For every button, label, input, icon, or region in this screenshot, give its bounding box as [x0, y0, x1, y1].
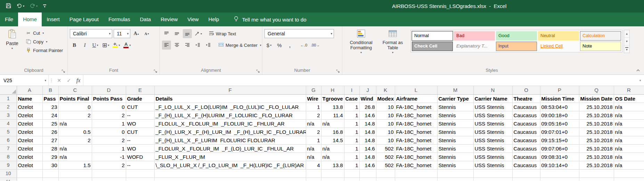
- cell-L3[interactable]: FA-18C_hornet: [395, 111, 437, 119]
- cell-P1[interactable]: Mission Time: [540, 94, 579, 103]
- style-linked-cell[interactable]: Linked Cell: [538, 42, 579, 51]
- tab-file[interactable]: File: [0, 12, 18, 26]
- cell-G4[interactable]: n/a: [306, 119, 321, 128]
- column-header-G[interactable]: G: [306, 86, 321, 94]
- cell-M4[interactable]: Stennis: [437, 119, 473, 128]
- format-painter-button[interactable]: Format Painter: [24, 46, 64, 55]
- cell-P8[interactable]: 09:08:31+0: [540, 153, 579, 161]
- cell-I3[interactable]: 1: [344, 111, 359, 119]
- cell-A9[interactable]: Ozelot: [17, 161, 42, 169]
- cell-P7[interactable]: 09:07:06+0: [540, 144, 579, 153]
- cell-N10[interactable]: [473, 169, 512, 178]
- cell-Q3[interactable]: 25.10.2018: [579, 111, 614, 119]
- cell-O6[interactable]: Caucasus: [512, 136, 540, 144]
- column-header-R[interactable]: R: [614, 86, 644, 94]
- cell-L9[interactable]: FA-18C_hornet: [395, 161, 437, 169]
- cell-R10[interactable]: [614, 169, 644, 178]
- cell-L10[interactable]: [395, 169, 437, 178]
- cell-R5[interactable]: n/a: [614, 128, 644, 136]
- cell-P11[interactable]: [540, 178, 579, 181]
- cell-H9[interactable]: 13.8: [321, 161, 344, 169]
- cell-E8[interactable]: WOFD: [126, 153, 154, 161]
- cell-M11[interactable]: [437, 178, 473, 181]
- cell-C9[interactable]: 1.5: [58, 161, 92, 169]
- cell-D2[interactable]: 0: [92, 103, 126, 111]
- cell-O8[interactable]: Caucasus: [512, 153, 540, 161]
- cell-K9[interactable]: 502: [376, 161, 395, 169]
- cell-D9[interactable]: 2: [92, 161, 126, 169]
- cell-N4[interactable]: USS Stennis: [473, 119, 512, 128]
- style-check-cell[interactable]: Check Cell: [412, 42, 453, 51]
- tab-page-layout[interactable]: Page Layout: [65, 12, 104, 26]
- cell-A2[interactable]: Ozelot: [17, 103, 42, 111]
- cell-G3[interactable]: 2: [306, 111, 321, 119]
- tab-formulas[interactable]: Formulas: [104, 12, 135, 26]
- cell-A4[interactable]: Ozelot: [17, 119, 42, 128]
- cell-L4[interactable]: FA-18C_hornet: [395, 119, 437, 128]
- cell-D1[interactable]: Points Pass: [92, 94, 126, 103]
- cell-C1[interactable]: Points Final: [58, 94, 92, 103]
- number-dialog-launcher[interactable]: [336, 69, 340, 73]
- cell-I11[interactable]: [344, 178, 359, 181]
- align-bottom-button[interactable]: [183, 29, 192, 38]
- cell-E4[interactable]: WO: [126, 119, 154, 128]
- cell-G5[interactable]: 2: [306, 128, 321, 136]
- cell-R11[interactable]: [614, 178, 644, 181]
- cell-F11[interactable]: [154, 178, 306, 181]
- gallery-scroll-up-button[interactable]: ▲: [624, 30, 629, 38]
- cell-O4[interactable]: Caucasus: [512, 119, 540, 128]
- enter-button[interactable]: ✓: [64, 75, 74, 86]
- name-box[interactable]: V25 ▾: [0, 75, 49, 86]
- cell-R4[interactable]: n/a: [614, 119, 644, 128]
- cell-I9[interactable]: 1: [344, 161, 359, 169]
- row-header-3[interactable]: 3: [0, 111, 17, 119]
- row-header-5[interactable]: 5: [0, 128, 17, 136]
- cell-H7[interactable]: n/a: [321, 144, 344, 153]
- cell-I4[interactable]: 1: [344, 119, 359, 128]
- increase-font-size-button[interactable]: A▴: [132, 29, 141, 38]
- align-center-button[interactable]: [172, 41, 181, 50]
- column-header-Q[interactable]: Q: [579, 86, 614, 94]
- cell-J5[interactable]: 14.8: [359, 128, 376, 136]
- cell-H8[interactable]: n/a: [321, 153, 344, 161]
- column-header-O[interactable]: O: [512, 86, 540, 94]
- cell-I7[interactable]: 1: [344, 144, 359, 153]
- cell-Q2[interactable]: 25.10.2018: [579, 103, 614, 111]
- cell-I1[interactable]: Case: [344, 94, 359, 103]
- font-name-select[interactable]: Calibri ▾: [70, 29, 112, 38]
- cell-R9[interactable]: n/a: [614, 161, 644, 169]
- cell-O10[interactable]: [512, 169, 540, 178]
- cell-H2[interactable]: 13.8: [321, 103, 344, 111]
- cell-J8[interactable]: 14.8: [359, 153, 376, 161]
- cell-K11[interactable]: [376, 178, 395, 181]
- cell-D11[interactable]: [92, 178, 126, 181]
- cell-R3[interactable]: n/a: [614, 111, 644, 119]
- cell-E3[interactable]: --: [126, 111, 154, 119]
- decrease-indent-button[interactable]: [193, 41, 202, 50]
- cell-C5[interactable]: 0.5: [58, 128, 92, 136]
- cell-R8[interactable]: n/a: [614, 153, 644, 161]
- cell-K1[interactable]: Modex: [376, 94, 395, 103]
- cell-Q5[interactable]: 25.10.2018: [579, 128, 614, 136]
- cell-R1[interactable]: OS Date: [614, 94, 644, 103]
- cell-A8[interactable]: Ozelot: [17, 153, 42, 161]
- cell-P6[interactable]: 09:15:15+0: [540, 136, 579, 144]
- cell-G9[interactable]: 4: [306, 161, 321, 169]
- formula-bar-handle[interactable]: ⋮: [49, 75, 54, 86]
- conditional-formatting-button[interactable]: Conditional Formatting ▾: [344, 28, 378, 54]
- font-size-select[interactable]: 11 ▾: [114, 29, 130, 38]
- column-header-C[interactable]: C: [58, 86, 92, 94]
- gallery-scroll-down-button[interactable]: ▼: [624, 38, 629, 45]
- increase-indent-button[interactable]: [204, 41, 213, 50]
- cell-E2[interactable]: CUT: [126, 103, 154, 111]
- row-header-9[interactable]: 9: [0, 161, 17, 169]
- cell-L8[interactable]: FA-18C_hornet: [395, 153, 437, 161]
- style-note[interactable]: Note: [580, 42, 621, 51]
- cell-L6[interactable]: FA-18C_hornet: [395, 136, 437, 144]
- align-left-button[interactable]: [162, 41, 171, 50]
- cell-N1[interactable]: Carrier Name: [473, 94, 512, 103]
- formula-input[interactable]: [83, 75, 636, 86]
- cell-L2[interactable]: FA-18C_hornet: [395, 103, 437, 111]
- cell-C3[interactable]: 2: [58, 111, 92, 119]
- cell-N8[interactable]: USS Stennis: [473, 153, 512, 161]
